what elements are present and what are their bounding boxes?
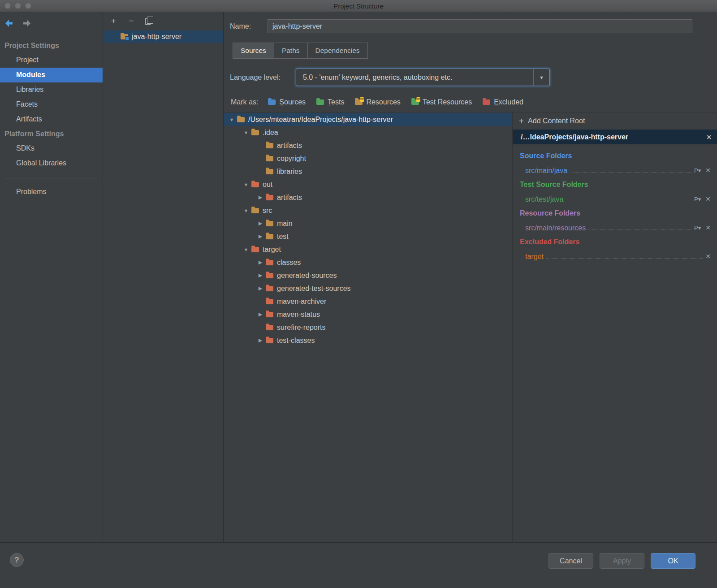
source-folder-row: src/main/java P▾ ✕: [525, 162, 711, 175]
collapse-icon[interactable]: ▼: [241, 130, 251, 135]
tree-row[interactable]: libraries: [224, 165, 512, 178]
expand-icon[interactable]: ▶: [255, 285, 266, 291]
tree-row[interactable]: ▼ target: [224, 243, 512, 256]
tree-row[interactable]: ▼ .idea: [224, 126, 512, 139]
titlebar: Project Structure: [0, 0, 717, 12]
folder-icon: [266, 143, 273, 148]
excluded-folder-icon: [483, 99, 490, 105]
dialog-footer: ? Cancel Apply OK: [0, 542, 717, 588]
tree-row[interactable]: ▶ classes: [224, 256, 512, 269]
mark-as-tests-button[interactable]: Tests: [316, 98, 344, 106]
remove-content-root-icon[interactable]: ✕: [706, 134, 712, 141]
mark-as-test-resources-button[interactable]: Test Resources: [411, 98, 472, 106]
back-arrow-icon: [4, 19, 14, 28]
test-source-folder-link[interactable]: src/test/java: [525, 195, 563, 203]
expand-icon[interactable]: ▶: [255, 195, 266, 200]
add-module-button[interactable]: +: [109, 17, 117, 25]
remove-folder-icon[interactable]: ✕: [705, 253, 711, 261]
remove-folder-icon[interactable]: ✕: [705, 195, 711, 203]
tree-row[interactable]: ▼ src: [224, 204, 512, 217]
module-list-item[interactable]: java-http-server: [103, 30, 223, 43]
folder-icon: [251, 130, 259, 135]
tree-row[interactable]: ▶ test-classes: [224, 334, 512, 347]
apply-button[interactable]: Apply: [600, 553, 644, 569]
dotted-leader: [546, 258, 703, 259]
folder-properties-icon[interactable]: P▾: [694, 196, 701, 203]
source-folder-link[interactable]: src/main/java: [525, 167, 567, 175]
expand-icon[interactable]: ▶: [255, 311, 266, 317]
sidebar-item-facets[interactable]: Facets: [0, 97, 103, 112]
language-level-value: 5.0 - 'enum' keyword, generics, autoboxi…: [296, 74, 533, 82]
folder-icon: [237, 117, 245, 122]
expand-icon[interactable]: ▶: [255, 259, 266, 265]
tree-row[interactable]: ▶ main: [224, 217, 512, 230]
expand-icon[interactable]: ▶: [255, 272, 266, 278]
tree-row-root[interactable]: ▼ /Users/mteatran/IdeaProjects/java-http…: [224, 113, 512, 126]
folder-icon: [266, 169, 273, 174]
excluded-folder-row: target ✕: [525, 248, 711, 261]
tree-row[interactable]: ▼ out: [224, 178, 512, 191]
help-button[interactable]: ?: [10, 553, 24, 567]
test-resources-folder-icon: [411, 99, 419, 105]
close-window-button[interactable]: [4, 3, 11, 9]
sidebar-item-modules[interactable]: Modules: [0, 68, 103, 82]
tree-row[interactable]: ▶ artifacts: [224, 191, 512, 204]
language-level-select[interactable]: 5.0 - 'enum' keyword, generics, autoboxi…: [296, 69, 550, 86]
zoom-window-button[interactable]: [25, 3, 31, 9]
forward-button[interactable]: [21, 18, 33, 29]
tab-paths[interactable]: Paths: [274, 43, 308, 59]
ok-button[interactable]: OK: [651, 553, 695, 569]
tree-row[interactable]: surefire-reports: [224, 321, 512, 334]
sidebar-item-problems[interactable]: Problems: [0, 185, 103, 199]
content-root-row[interactable]: /…IdeaProjects/java-http-server ✕: [513, 130, 717, 144]
tree-row[interactable]: ▶ generated-test-sources: [224, 282, 512, 295]
cancel-button[interactable]: Cancel: [549, 553, 593, 569]
tab-dependencies[interactable]: Dependencies: [308, 43, 368, 59]
expand-icon[interactable]: ▶: [255, 233, 266, 239]
expand-icon[interactable]: ▶: [255, 220, 266, 226]
chevron-down-icon[interactable]: ▼: [533, 69, 549, 86]
collapse-icon[interactable]: ▼: [241, 182, 251, 187]
sidebar-item-artifacts[interactable]: Artifacts: [0, 112, 103, 127]
forward-arrow-icon: [22, 19, 32, 28]
sidebar-item-sdks[interactable]: SDKs: [0, 141, 103, 156]
resource-folder-link[interactable]: src/main/resources: [525, 224, 586, 232]
remove-module-button[interactable]: −: [127, 17, 135, 25]
mark-as-excluded-button[interactable]: Excluded: [483, 98, 523, 106]
resources-folder-icon: [355, 99, 363, 105]
name-label: Name:: [230, 22, 265, 30]
expand-icon[interactable]: ▶: [255, 337, 266, 343]
collapse-icon[interactable]: ▼: [241, 247, 251, 252]
module-name-input[interactable]: [268, 19, 692, 33]
minimize-window-button[interactable]: [15, 3, 21, 9]
mark-as-resources-button[interactable]: Resources: [355, 98, 400, 106]
excluded-folder-icon: [266, 312, 273, 317]
tree-row[interactable]: ▶ generated-sources: [224, 269, 512, 282]
back-button[interactable]: [3, 18, 15, 29]
folder-icon: [266, 221, 273, 226]
excluded-folder-icon: [251, 182, 259, 187]
tab-sources[interactable]: Sources: [233, 43, 274, 59]
tree-row[interactable]: artifacts: [224, 139, 512, 152]
folder-properties-icon[interactable]: P▾: [694, 225, 701, 232]
tree-row[interactable]: ▶ test: [224, 230, 512, 243]
folder-properties-icon[interactable]: P▾: [694, 167, 701, 175]
mark-as-sources-button[interactable]: Sources: [268, 98, 306, 106]
remove-folder-icon[interactable]: ✕: [705, 224, 711, 232]
add-content-root-button[interactable]: + Add Content Root: [513, 112, 717, 130]
remove-folder-icon[interactable]: ✕: [705, 167, 711, 175]
sidebar-item-libraries[interactable]: Libraries: [0, 82, 103, 97]
tree-row[interactable]: copyright: [224, 152, 512, 165]
tree-row[interactable]: ▶ maven-status: [224, 308, 512, 321]
dotted-leader: [570, 172, 691, 173]
test-source-folder-row: src/test/java P▾ ✕: [525, 191, 711, 203]
sidebar-item-global-libraries[interactable]: Global Libraries: [0, 156, 103, 171]
collapse-icon[interactable]: ▼: [226, 117, 237, 122]
tree-row[interactable]: maven-archiver: [224, 295, 512, 308]
folder-icon: [266, 234, 273, 239]
copy-module-icon[interactable]: [145, 18, 151, 25]
collapse-icon[interactable]: ▼: [241, 208, 251, 213]
sidebar-item-project[interactable]: Project: [0, 53, 103, 68]
excluded-folder-link[interactable]: target: [525, 253, 544, 261]
module-folder-icon: [121, 34, 128, 39]
